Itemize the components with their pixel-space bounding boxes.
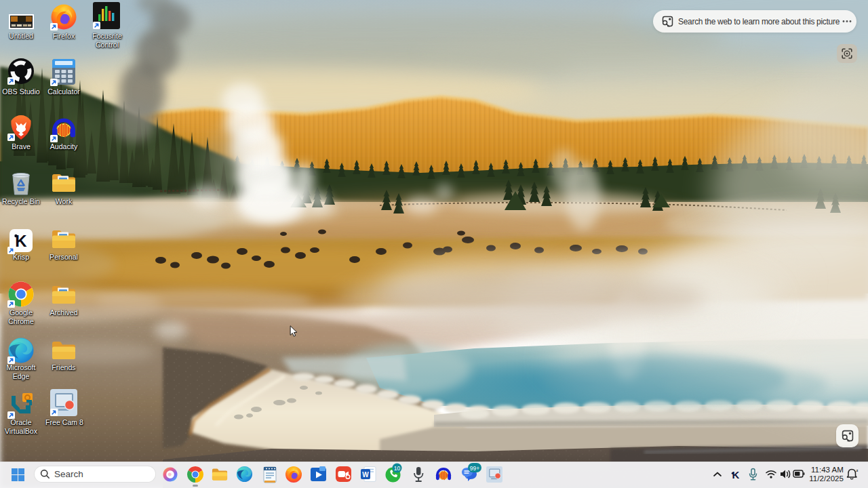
svg-text:K: K [732,469,740,481]
svg-text:99+: 99+ [470,465,479,472]
svg-text:10: 10 [394,465,401,472]
svg-text:K: K [15,232,27,250]
svg-text:W: W [362,471,369,479]
svg-text:z: z [856,468,859,472]
